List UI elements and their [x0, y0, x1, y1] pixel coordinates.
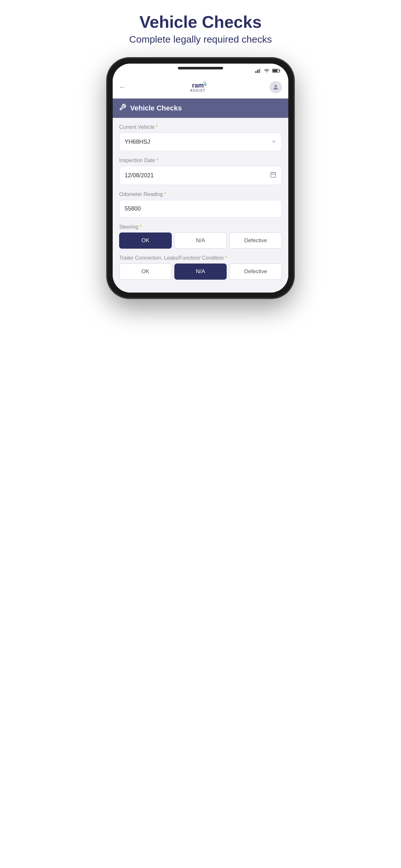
- trailer-ok-button[interactable]: OK: [119, 264, 172, 280]
- profile-button[interactable]: [270, 81, 282, 93]
- steering-label: Steering *: [119, 224, 282, 230]
- trailer-options: OK N/A Defective: [119, 264, 282, 280]
- section-header: Vehicle Checks: [113, 98, 288, 118]
- svg-point-7: [274, 85, 277, 87]
- phone-wrapper: ← ram 📡 ASSIST: [107, 58, 294, 299]
- odometer-input[interactable]: 55800: [119, 200, 282, 218]
- wrench-icon: [119, 104, 126, 113]
- svg-rect-0: [255, 71, 256, 73]
- inspection-date-label: Inspection Date *: [119, 158, 282, 163]
- inspection-date-group: Inspection Date * 12/08/2021: [119, 158, 282, 185]
- svg-rect-2: [258, 69, 259, 73]
- current-vehicle-value: YH68HSJ: [125, 138, 150, 145]
- required-marker-4: *: [140, 224, 142, 230]
- odometer-value: 55800: [125, 206, 141, 212]
- steering-options: OK N/A Defective: [119, 232, 282, 249]
- current-vehicle-label: Current Vehicle *: [119, 124, 282, 130]
- svg-rect-5: [280, 70, 281, 71]
- page-header: Vehicle Checks Complete legally required…: [129, 13, 272, 45]
- logo-text: ram: [192, 82, 204, 89]
- back-button[interactable]: ←: [119, 83, 126, 91]
- steering-group: Steering * OK N/A Defective: [119, 224, 282, 249]
- phone-shell: ← ram 📡 ASSIST: [107, 58, 294, 299]
- inspection-date-input[interactable]: 12/08/2021: [119, 166, 282, 185]
- logo-assist: ASSIST: [190, 89, 206, 92]
- wifi-icon: [264, 68, 270, 73]
- current-vehicle-group: Current Vehicle * YH68HSJ: [119, 124, 282, 151]
- status-bar: [113, 64, 288, 78]
- trailer-defective-button[interactable]: Defective: [229, 264, 282, 280]
- logo: ram 📡 ASSIST: [190, 82, 206, 92]
- svg-rect-1: [257, 70, 258, 73]
- form-content: Current Vehicle * YH68HSJ: [113, 118, 288, 292]
- trailer-label: Trailer Connection. Leaks/Function/ Cond…: [119, 255, 282, 261]
- logo-signal-icon: 📡: [203, 82, 208, 86]
- calendar-icon: [270, 172, 276, 180]
- trailer-na-button[interactable]: N/A: [174, 264, 227, 280]
- svg-rect-6: [273, 70, 278, 72]
- app-header: ← ram 📡 ASSIST: [113, 78, 288, 98]
- signal-icon: [255, 68, 261, 73]
- odometer-label: Odometer Reading *: [119, 191, 282, 197]
- required-marker: *: [156, 124, 158, 130]
- odometer-group: Odometer Reading * 55800: [119, 191, 282, 218]
- chevron-down-icon: [271, 138, 276, 146]
- steering-na-button[interactable]: N/A: [174, 232, 227, 249]
- page-title: Vehicle Checks: [129, 13, 272, 31]
- trailer-group: Trailer Connection. Leaks/Function/ Cond…: [119, 255, 282, 280]
- svg-rect-8: [271, 173, 276, 178]
- battery-icon: [272, 68, 281, 73]
- svg-rect-3: [260, 68, 261, 73]
- required-marker-3: *: [164, 191, 166, 197]
- inspection-date-value: 12/08/2021: [125, 172, 154, 179]
- current-vehicle-dropdown[interactable]: YH68HSJ: [119, 133, 282, 151]
- required-marker-5: *: [225, 255, 227, 261]
- steering-defective-button[interactable]: Defective: [229, 232, 282, 249]
- required-marker-2: *: [156, 158, 158, 163]
- page-subtitle: Complete legally required checks: [129, 34, 272, 45]
- section-title: Vehicle Checks: [130, 104, 182, 113]
- phone-screen: ← ram 📡 ASSIST: [113, 64, 288, 292]
- steering-ok-button[interactable]: OK: [119, 232, 172, 249]
